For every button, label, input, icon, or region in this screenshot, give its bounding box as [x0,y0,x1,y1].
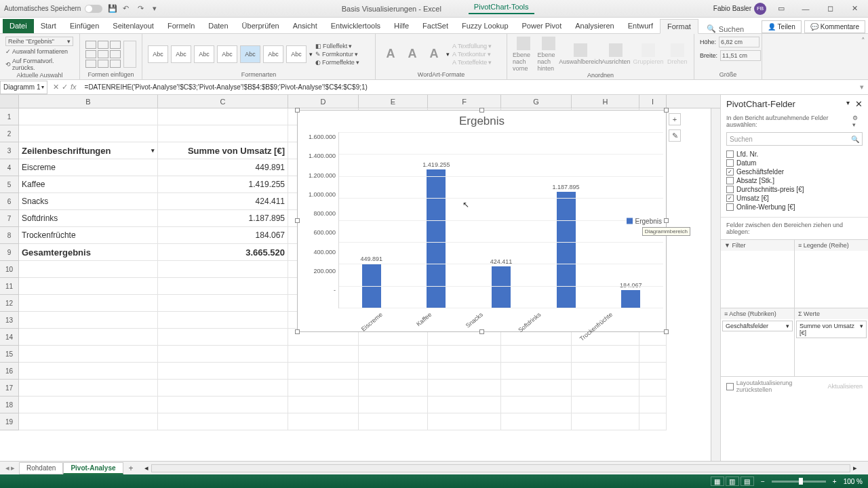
cell[interactable] [359,380,428,396]
chart-title[interactable]: Ergebnis [298,110,666,132]
cell[interactable]: 184.067 [158,227,288,244]
shape-style-7[interactable]: Abc [286,45,307,63]
ribbon-tab-fuzzy lookup[interactable]: Fuzzy Lookup [455,19,515,33]
update-button[interactable]: Aktualisieren [827,383,863,390]
zoom-level[interactable]: 100 % [844,478,863,485]
formula-input[interactable]: =DATENREIHE('Pivot-Analyse'!$C$3;'Pivot-… [82,83,856,91]
pivot-chart[interactable]: + ✎ Ergebnis 1.600.0001.400.0001.200.000… [297,110,667,332]
cell[interactable] [19,396,158,413]
chart-plot-area[interactable]: 449.8911.419.255424.4111.187.895184.067 … [338,132,663,308]
cell[interactable]: Snacks [19,193,158,210]
filter-area[interactable]: ▼ Filter [721,240,794,308]
cell[interactable] [501,396,572,413]
shape-style-6[interactable]: Abc [263,45,283,63]
cell[interactable] [19,295,158,312]
legend-area[interactable]: ≡ Legende (Reihe) [795,240,868,308]
collapse-ribbon-icon[interactable]: ˄ [861,37,865,45]
chart-legend[interactable]: Ergebnis [627,218,662,225]
wordart-style-1[interactable]: A [381,45,400,64]
worksheet-area[interactable]: BCDEFGHI 12345678910111213141516171819 Z… [0,95,720,461]
fx-icon[interactable]: fx [71,83,77,92]
cell[interactable] [158,363,288,380]
group-button[interactable]: Gruppieren [633,43,664,65]
values-field-item[interactable]: Summe von Umsatz [€]▾ [796,321,867,338]
ribbon-tab-entwicklertools[interactable]: Entwicklertools [324,19,387,33]
cell[interactable] [359,413,428,430]
column-header[interactable]: B [19,95,158,108]
cell[interactable] [501,363,572,380]
ribbon-tab-einfügen[interactable]: Einfügen [63,19,106,33]
chart-element-selector[interactable]: Reihe "Ergebnis"▾ [5,37,73,46]
cell[interactable]: Summe von Umsatz [€] [158,142,288,159]
cell[interactable] [359,396,428,413]
ribbon-tab-analysieren[interactable]: Analysieren [568,19,620,33]
column-header[interactable]: H [572,95,639,108]
row-header[interactable]: 12 [0,295,18,312]
sheet-nav-last-icon[interactable]: ▸ [11,464,15,472]
user-badge[interactable]: Fabio Basler FB [713,3,766,15]
save-icon[interactable]: 💾 [108,4,117,14]
cell[interactable] [639,363,667,380]
row-header[interactable]: 18 [0,396,18,413]
close-icon[interactable]: ✕ [845,2,864,16]
row-header[interactable]: 6 [0,193,18,210]
select-all-corner[interactable] [0,95,19,108]
ribbon-tab-seitenlayout[interactable]: Seitenlayout [106,19,161,33]
shape-style-3[interactable]: Abc [194,45,214,63]
cell[interactable] [572,380,639,396]
sheet-tab[interactable]: Rohdaten [19,462,63,474]
row-header[interactable]: 13 [0,312,18,329]
qat-customize-icon[interactable]: ▾ [153,4,162,14]
cell[interactable] [639,346,667,363]
wordart-style-3[interactable]: A [425,45,443,64]
column-header[interactable]: D [288,95,359,108]
column-header[interactable]: G [501,95,572,108]
chart-styles-button[interactable]: ✎ [669,129,681,142]
cell[interactable]: Gesamtergebnis [19,244,158,261]
cell[interactable] [19,346,158,363]
row-header[interactable]: 16 [0,363,18,380]
insert-shapes-gallery[interactable] [85,41,121,68]
cell[interactable] [639,380,667,396]
cell[interactable]: 1.419.255 [158,176,288,193]
row-header[interactable]: 15 [0,346,18,363]
align-button[interactable]: Ausrichten [601,43,631,65]
field-pane-close-icon[interactable]: ✕ [855,99,863,109]
cell[interactable] [639,413,667,430]
hscroll-right-icon[interactable]: ▸ [853,464,857,472]
ribbon-tab-entwurf[interactable]: Entwurf [621,19,660,33]
chart-bar[interactable] [492,266,511,308]
cell[interactable] [572,363,639,380]
cell[interactable] [158,396,288,413]
ribbon-tab-hilfe[interactable]: Hilfe [387,19,416,33]
text-effects-button[interactable]: A Texteffekte ▾ [452,58,492,66]
zoom-out-icon[interactable]: − [761,478,765,485]
normal-view-icon[interactable]: ▦ [711,476,724,486]
field-layout-icon[interactable]: ⚙ ▾ [852,115,863,128]
maximize-icon[interactable]: ◻ [821,2,840,16]
wordart-style-2[interactable]: A [403,45,422,64]
cell[interactable] [158,125,288,142]
row-header[interactable]: 7 [0,210,18,227]
field-list-item[interactable]: Geschäftsfelder [726,167,863,176]
cell[interactable] [359,346,428,363]
field-list-item[interactable]: Umsatz [€] [726,194,863,203]
cell[interactable] [19,108,158,125]
cell[interactable] [428,413,501,430]
cell[interactable] [428,346,501,363]
ribbon-display-icon[interactable]: ▭ [772,2,791,16]
cell[interactable] [19,261,158,278]
cell[interactable] [288,380,359,396]
add-sheet-button[interactable]: + [123,464,139,473]
cell[interactable] [428,363,501,380]
bring-forward-button[interactable]: Ebene nach vorne [513,37,534,72]
shape-effects-button[interactable]: ◐ Formeffekte ▾ [315,58,359,66]
width-input[interactable] [720,50,761,61]
defer-layout-checkbox[interactable]: Layoutaktualisierung zurückstellen [726,380,827,393]
chart-elements-button[interactable]: + [669,113,681,125]
cell[interactable]: 424.411 [158,193,288,210]
cell[interactable] [288,396,359,413]
cell[interactable] [288,363,359,380]
cell[interactable] [639,396,667,413]
cell[interactable] [19,278,158,295]
